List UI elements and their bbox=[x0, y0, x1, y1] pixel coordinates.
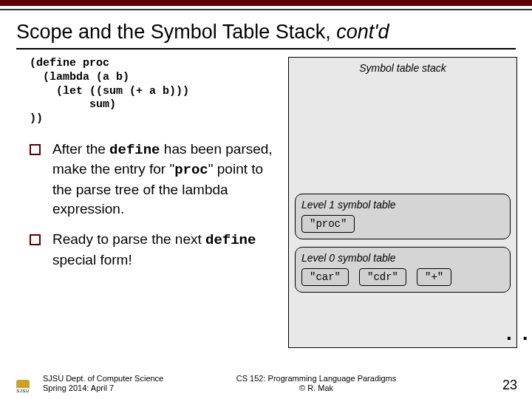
symbol-table-level1: Level 1 symbol table "proc" bbox=[295, 194, 511, 239]
table-entry: "cdr" bbox=[359, 268, 406, 286]
footer-line: CS 152: Programming Language Paradigms bbox=[198, 374, 434, 383]
symbol-table-level0: Level 0 symbol table "car" "cdr" "+" bbox=[295, 247, 511, 293]
bullet-text: After the define has been parsed, make t… bbox=[52, 140, 281, 219]
slide-title: Scope and the Symbol Table Stack, cont'd bbox=[0, 10, 532, 48]
title-underline bbox=[16, 48, 516, 50]
table-entry: "+" bbox=[417, 268, 451, 286]
bullet-item: After the define has been parsed, make t… bbox=[30, 140, 281, 219]
footer-mid: CS 152: Programming Language Paradigms ©… bbox=[198, 374, 434, 393]
ellipsis-icon: · · · bbox=[506, 327, 532, 350]
slide-footer: SJSU SJSU Dept. of Computer Science Spri… bbox=[0, 374, 532, 393]
sjsu-logo: SJSU bbox=[12, 380, 34, 393]
page-number: 23 bbox=[502, 378, 517, 393]
table-label: Level 1 symbol table bbox=[301, 199, 504, 211]
mono-segment: define bbox=[205, 232, 256, 248]
mono-segment: define bbox=[109, 142, 160, 158]
table-entry: "car" bbox=[301, 268, 349, 286]
table-entry: "proc" bbox=[301, 215, 355, 233]
table-label: Level 0 symbol table bbox=[301, 252, 504, 264]
title-text: Scope and the Symbol Table Stack, bbox=[16, 21, 336, 43]
bullet-text: Ready to parse the next define special f… bbox=[52, 230, 281, 269]
bullet-icon bbox=[30, 234, 41, 245]
brand-stripe bbox=[0, 0, 532, 6]
left-column: (define proc (lambda (a b) (let ((sum (+… bbox=[30, 57, 288, 348]
footer-line: SJSU Dept. of Computer Science bbox=[43, 374, 198, 383]
text-segment: After the bbox=[52, 141, 109, 157]
content-area: (define proc (lambda (a b) (let ((sum (+… bbox=[0, 57, 532, 348]
symbol-stack-box: Symbol table stack Level 1 symbol table … bbox=[288, 57, 517, 348]
footer-left: SJSU Dept. of Computer Science Spring 20… bbox=[43, 374, 198, 393]
stack-title: Symbol table stack bbox=[295, 62, 511, 74]
footer-line: © R. Mak bbox=[198, 383, 434, 393]
bullet-icon bbox=[30, 144, 41, 155]
mono-segment: proc bbox=[174, 162, 208, 178]
text-segment: special form! bbox=[52, 252, 132, 267]
entry-row: "proc" bbox=[301, 215, 504, 233]
code-block: (define proc (lambda (a b) (let ((sum (+… bbox=[30, 57, 281, 126]
bullet-item: Ready to parse the next define special f… bbox=[30, 230, 281, 269]
title-italic: cont'd bbox=[336, 21, 389, 43]
footer-line: Spring 2014: April 7 bbox=[43, 383, 198, 393]
text-segment: Ready to parse the next bbox=[52, 231, 205, 247]
right-column: Symbol table stack Level 1 symbol table … bbox=[288, 57, 517, 348]
entry-row: "car" "cdr" "+" bbox=[301, 268, 504, 286]
